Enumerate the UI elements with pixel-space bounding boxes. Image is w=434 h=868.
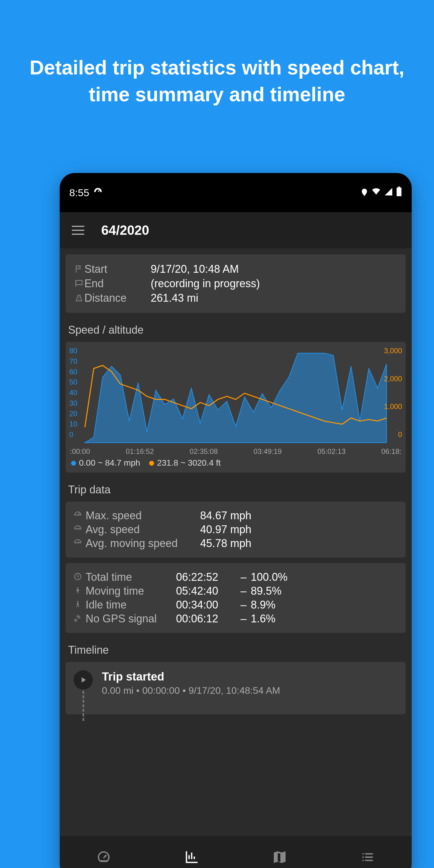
time-icon — [73, 586, 86, 596]
timeline-section-title: Timeline — [66, 638, 406, 662]
x-tick: 03:49:19 — [253, 447, 281, 456]
time-label: Moving time — [86, 585, 176, 597]
legend-altitude: 231.8 ~ 3020.4 ft — [157, 458, 221, 467]
bottom-nav — [60, 836, 412, 868]
legend-speed: 0.00 ~ 84.7 mph — [79, 458, 140, 467]
time-icon — [73, 600, 86, 610]
tripdata-card: Max. speed84.67 mphAvg. speed40.97 mphAv… — [66, 501, 406, 558]
location-icon — [361, 187, 368, 198]
end-label: End — [84, 277, 151, 290]
time-pct: 89.5% — [251, 585, 281, 597]
gauge-icon — [73, 538, 86, 548]
nav-stats[interactable] — [180, 845, 204, 868]
tripdata-label: Avg. speed — [86, 523, 200, 536]
time-row: Moving time05:42:40–89.5% — [73, 585, 398, 597]
time-pct: 1.6% — [251, 613, 276, 625]
phone-frame: 8:55 64/2020 — [60, 173, 412, 868]
y-tick-left: 30 — [69, 399, 78, 407]
tripdata-row: Avg. speed40.97 mph — [73, 523, 398, 536]
gauge-icon — [73, 525, 86, 534]
chart-section-title: Speed / altitude — [66, 318, 406, 342]
tripdata-value: 40.97 mph — [200, 523, 251, 536]
timeline-event-sub: 0.00 mi • 00:00:00 • 9/17/20, 10:48:54 A… — [102, 685, 280, 696]
road-icon — [73, 294, 84, 302]
status-time: 8:55 — [69, 187, 89, 198]
y-tick-left: 80 — [69, 347, 78, 355]
timeline-connector — [83, 691, 84, 721]
speed-altitude-chart[interactable]: 80706050403020100 3,0002,0001,0000 — [68, 347, 403, 446]
x-tick: 01:16:52 — [126, 447, 154, 456]
menu-icon[interactable] — [72, 226, 84, 235]
times-card: Total time06:22:52–100.0%Moving time05:4… — [66, 563, 406, 633]
time-value: 05:42:40 — [176, 585, 236, 597]
x-tick: :00:00 — [70, 447, 90, 456]
x-tick: 02:35:08 — [190, 447, 218, 456]
y-tick-left: 60 — [69, 368, 78, 376]
checkered-flag-icon — [73, 279, 84, 288]
time-row: No GPS signal00:06:12–1.6% — [73, 613, 398, 625]
x-tick: 05:02:13 — [317, 447, 345, 456]
time-pct: 8.9% — [251, 598, 276, 611]
y-tick-left: 50 — [69, 378, 78, 386]
y-tick-right: 2,000 — [384, 375, 402, 383]
time-pct: 100.0% — [251, 571, 287, 584]
y-tick-right: 0 — [384, 430, 402, 439]
svg-point-6 — [281, 852, 284, 856]
distance-label: Distance — [84, 292, 151, 304]
svg-point-4 — [77, 601, 79, 603]
y-tick-right: 3,000 — [384, 347, 402, 355]
tripdata-section-title: Trip data — [66, 478, 406, 501]
page-title: 64/2020 — [101, 223, 149, 238]
tripdata-label: Avg. moving speed — [86, 537, 200, 550]
chart-legend: 0.00 ~ 84.7 mph 231.8 ~ 3020.4 ft — [68, 456, 403, 469]
tripdata-label: Max. speed — [86, 509, 200, 522]
nav-map[interactable] — [268, 845, 292, 868]
time-label: Idle time — [86, 598, 176, 611]
svg-point-5 — [75, 619, 77, 621]
time-value: 00:34:00 — [176, 598, 236, 611]
row-end: End (recording in progress) — [73, 277, 398, 290]
timeline-event-title: Trip started — [102, 670, 280, 683]
y-tick-left: 0 — [69, 430, 78, 439]
time-value: 00:06:12 — [176, 613, 236, 625]
x-tick: 06:18: — [381, 447, 401, 456]
time-icon — [73, 614, 86, 624]
time-label: No GPS signal — [86, 613, 176, 625]
y-tick-left: 20 — [69, 410, 78, 418]
end-value: (recording in progress) — [151, 277, 260, 290]
time-label: Total time — [86, 571, 176, 584]
row-distance: Distance 261.43 mi — [73, 292, 398, 304]
svg-rect-2 — [398, 187, 400, 187]
time-value: 06:22:52 — [176, 571, 236, 584]
tripdata-row: Max. speed84.67 mph — [73, 509, 398, 522]
status-bar: 8:55 — [60, 173, 412, 212]
gauge-icon — [73, 511, 86, 521]
time-icon — [73, 572, 86, 582]
y-tick-left: 70 — [69, 357, 78, 366]
nav-list[interactable] — [355, 845, 380, 868]
y-tick-right: 1,000 — [384, 402, 402, 411]
app-header: 64/2020 — [60, 212, 412, 248]
y-tick-left: 10 — [69, 420, 78, 428]
nav-dashboard[interactable] — [92, 845, 116, 868]
chart-card[interactable]: 80706050403020100 3,0002,0001,0000 :00:0… — [66, 342, 406, 472]
battery-icon — [396, 187, 402, 198]
tripdata-row: Avg. moving speed45.78 mph — [73, 537, 398, 550]
play-icon[interactable] — [73, 670, 93, 689]
y-axis-right: 3,0002,0001,0000 — [384, 347, 402, 439]
tripdata-value: 45.78 mph — [200, 537, 251, 550]
time-row: Total time06:22:52–100.0% — [73, 571, 398, 584]
y-axis-left: 80706050403020100 — [69, 347, 78, 439]
content-area[interactable]: Start 9/17/20, 10:48 AM End (recording i… — [60, 248, 412, 836]
summary-card: Start 9/17/20, 10:48 AM End (recording i… — [66, 254, 406, 313]
flag-icon — [73, 265, 84, 273]
y-tick-left: 40 — [69, 389, 78, 397]
distance-value: 261.43 mi — [151, 292, 198, 304]
svg-point-0 — [364, 190, 365, 192]
timeline-card[interactable]: Trip started 0.00 mi • 00:00:00 • 9/17/2… — [66, 662, 406, 714]
row-start: Start 9/17/20, 10:48 AM — [73, 263, 398, 276]
promo-title: Detailed trip statistics with speed char… — [0, 0, 434, 108]
x-axis-ticks: :00:0001:16:5202:35:0803:49:1905:02:1306… — [68, 446, 403, 456]
svg-rect-1 — [397, 187, 401, 196]
time-row: Idle time00:34:00–8.9% — [73, 598, 398, 611]
